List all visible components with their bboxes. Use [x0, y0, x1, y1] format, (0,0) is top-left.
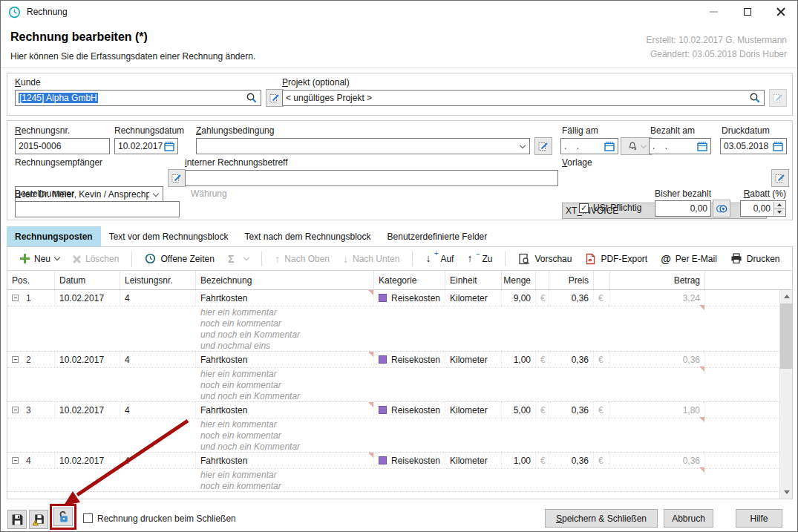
- calendar-icon: [164, 142, 174, 151]
- projekt-input[interactable]: < ungültiges Projekt >: [282, 90, 765, 106]
- zahlungsbedingung-edit-button[interactable]: [534, 137, 552, 155]
- col-einheit[interactable]: Einheit: [445, 271, 502, 289]
- col-filler: [705, 271, 792, 289]
- scroll-up-icon[interactable]: [780, 290, 793, 303]
- maximize-button[interactable]: [730, 1, 764, 23]
- bezahlt-am-input[interactable]: . .: [649, 138, 711, 154]
- druckdatum-input[interactable]: 03.05.2018: [720, 138, 787, 154]
- col-preis[interactable]: Preis: [549, 271, 594, 289]
- tab-rechnungsposten[interactable]: Rechnungsposten: [7, 226, 101, 246]
- payments-button[interactable]: [713, 200, 730, 217]
- rechnungsempfaenger-edit-button[interactable]: [168, 169, 186, 187]
- col-menge[interactable]: Menge: [502, 271, 536, 289]
- vertical-scrollbar[interactable]: [779, 290, 792, 499]
- minimize-button[interactable]: [697, 1, 730, 23]
- tab-text-nach-rechnungsblock[interactable]: Text nach dem Rechnungsblock: [236, 226, 379, 246]
- spinner-buttons[interactable]: [774, 202, 785, 215]
- invoice-window: Rechnung Rechnung bearbeiten (*) Hier kö…: [0, 0, 798, 532]
- save-as-template-button[interactable]: [29, 510, 48, 529]
- bezahlt-am-label: Bezahlt am: [650, 125, 695, 136]
- position-comment: und nochmal eins: [7, 340, 779, 351]
- col-pos[interactable]: Pos.: [7, 271, 55, 289]
- col-datum[interactable]: Datum: [55, 271, 120, 289]
- clock-icon: [8, 6, 21, 19]
- scrollbar-thumb[interactable]: [780, 303, 793, 369]
- kunde-edit-button[interactable]: [266, 89, 284, 107]
- faellig-am-input[interactable]: . .: [560, 138, 618, 154]
- col-currency-2: [594, 271, 610, 289]
- scroll-down-icon[interactable]: [780, 486, 793, 499]
- tab-text-vor-rechnungsblock[interactable]: Text vor dem Rechnungsblock: [101, 226, 237, 246]
- collapse-all-icon: ↑ –: [467, 253, 477, 264]
- expand-all-button[interactable]: ↓ + Auf: [422, 251, 457, 266]
- email-button[interactable]: @ Per E-Mail: [657, 251, 721, 267]
- vorlage-label: Vorlage: [562, 157, 592, 168]
- ust-pflichtig-checkbox[interactable]: ✓: [579, 203, 589, 213]
- at-icon: @: [661, 253, 671, 265]
- pdf-export-button[interactable]: PDF-Export: [581, 251, 651, 267]
- collapse-row-icon[interactable]: [12, 457, 19, 464]
- plus-icon: [20, 254, 30, 263]
- rabatt-spinner[interactable]: 0,00: [740, 200, 786, 217]
- position-comment: noch ein kommentar: [7, 430, 779, 441]
- collapse-row-icon[interactable]: [12, 356, 19, 363]
- spin-down-icon[interactable]: [774, 209, 785, 216]
- calendar-icon: [697, 142, 707, 151]
- print-on-close-checkbox[interactable]: [83, 513, 93, 523]
- move-down-button[interactable]: ↓ Nach Unten: [339, 252, 403, 266]
- save-button[interactable]: [7, 510, 27, 529]
- preview-button[interactable]: Vorschau: [514, 251, 575, 267]
- bisher-bezahlt-input[interactable]: 0,00: [655, 200, 711, 217]
- zahlungsbedingung-combobox[interactable]: [196, 138, 530, 154]
- calendar-icon: [604, 142, 615, 151]
- col-leistungsnr[interactable]: Leistungsnr.: [120, 271, 196, 289]
- titlebar: Rechnung: [1, 1, 797, 23]
- col-betrag[interactable]: Betrag: [610, 271, 705, 289]
- faellig-am-label: Fällig am: [562, 125, 598, 136]
- projekt-edit-button[interactable]: [769, 89, 787, 107]
- cancel-button[interactable]: Abbruch: [664, 509, 713, 528]
- collapse-all-button[interactable]: ↑ – Zu: [463, 251, 496, 266]
- sum-button[interactable]: Σ: [224, 251, 252, 267]
- table-row[interactable]: 4 10.02.2017 4 Fahrtkosten Reisekosten K…: [7, 453, 779, 492]
- col-bezeichnung[interactable]: Bezeichnung: [196, 271, 374, 289]
- new-item-button[interactable]: Neu: [16, 252, 63, 266]
- save-and-close-button[interactable]: Speichern & Schließen: [545, 509, 658, 528]
- rechnungsnr-input[interactable]: 2015-0006: [15, 138, 110, 154]
- category-color-swatch: [379, 355, 387, 364]
- calendar-icon: [773, 142, 783, 151]
- delete-item-button[interactable]: Löschen: [69, 252, 122, 266]
- rechnungsnr-label: Rechnungsnr.: [15, 125, 70, 136]
- close-icon: [776, 7, 785, 16]
- print-button[interactable]: Drucken: [727, 251, 784, 266]
- edit-pencil-icon: [269, 92, 281, 104]
- tab-benutzerdefinierte-felder[interactable]: Benutzerdefinierte Felder: [379, 226, 496, 246]
- open-times-button[interactable]: Offene Zeiten: [141, 251, 218, 266]
- rechnungsdatum-input[interactable]: 10.02.2017: [114, 138, 178, 154]
- annotation-highlight-box: [50, 504, 76, 530]
- edit-pencil-icon: [537, 140, 549, 152]
- collapse-row-icon[interactable]: [12, 295, 19, 301]
- kunde-label: Kunde: [15, 77, 41, 88]
- clock-icon: [145, 253, 156, 264]
- vorlage-edit-button[interactable]: [771, 169, 789, 187]
- modified-info: Geändert: 03.05.2018 Doris Huber: [647, 47, 787, 62]
- help-button[interactable]: Hilfe: [736, 509, 782, 528]
- table-row[interactable]: 2 10.02.2017 4 Fahrtkosten Reisekosten K…: [7, 352, 779, 402]
- move-up-button[interactable]: ↑ Nach Oben: [271, 252, 333, 266]
- spin-up-icon[interactable]: [774, 202, 785, 209]
- table-row[interactable]: 1 10.02.2017 4 Fahrtkosten Reisekosten K…: [7, 290, 779, 352]
- betreff-input[interactable]: [185, 170, 558, 186]
- toolbar-separator: [505, 252, 506, 266]
- collapse-row-icon[interactable]: [12, 407, 19, 413]
- toolbar-separator: [261, 252, 262, 266]
- col-kategorie[interactable]: Kategorie: [374, 271, 445, 289]
- reminder-dropdown-button[interactable]: [621, 137, 652, 155]
- table-header: Pos. Datum Leistungsnr. Bezeichnung Kate…: [7, 271, 792, 290]
- position-comment: hier ein kommentar: [7, 469, 779, 480]
- kunde-input[interactable]: [1245] Alpha GmbH: [15, 90, 261, 106]
- close-button[interactable]: [764, 1, 797, 23]
- minimize-icon: [710, 11, 718, 13]
- table-row[interactable]: 3 10.02.2017 4 Fahrtkosten Reisekosten K…: [7, 402, 779, 453]
- bestellnummer-input[interactable]: [15, 201, 180, 217]
